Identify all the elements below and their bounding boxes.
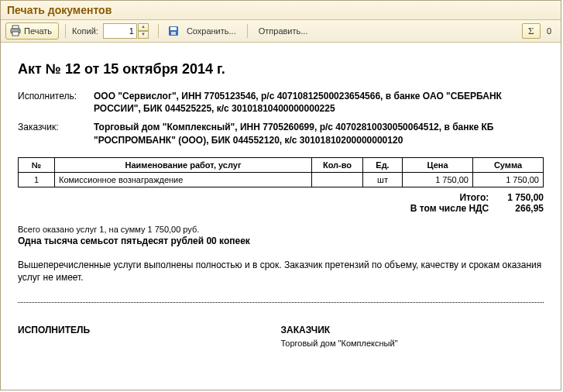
separator <box>158 24 159 38</box>
customer-sig-name: Торговый дом "Комплексный" <box>281 339 544 348</box>
customer-row: Заказчик: Торговый дом "Комплексный", ИН… <box>18 121 544 146</box>
divider <box>18 302 544 303</box>
svg-rect-0 <box>12 26 19 29</box>
svg-rect-2 <box>12 32 19 36</box>
cell-name: Комиссионное вознаграждение <box>55 172 312 187</box>
copies-spinner-down[interactable]: ▼ <box>138 31 149 39</box>
col-header-qty: Кол-во <box>312 157 363 172</box>
document-title: Акт № 12 от 15 октября 2014 г. <box>18 61 544 77</box>
table-header-row: № Наименование работ, услуг Кол-во Ед. Ц… <box>19 157 544 172</box>
print-documents-window: Печать документов Печать Копий: ▲ ▼ <box>0 0 561 390</box>
totals-block: Итого: 1 750,00 В том числе НДС 266,95 <box>18 192 544 214</box>
col-header-no: № <box>19 157 55 172</box>
save-icon[interactable] <box>167 25 180 37</box>
col-header-name: Наименование работ, услуг <box>55 157 312 172</box>
separator <box>247 24 248 38</box>
print-button-label: Печать <box>24 26 52 36</box>
svg-rect-6 <box>171 32 176 35</box>
sum-value: 0 <box>547 26 551 36</box>
printer-icon <box>9 25 22 37</box>
customer-value: Торговый дом "Комплексный", ИНН 77052606… <box>94 121 544 146</box>
cell-sum: 1 750,00 <box>473 172 544 187</box>
col-header-price: Цена <box>403 157 473 172</box>
copies-spinner-up[interactable]: ▲ <box>138 23 149 31</box>
document-area: Акт № 12 от 15 октября 2014 г. Исполните… <box>1 43 561 385</box>
summary-line: Всего оказано услуг 1, на сумму 1 750,00… <box>18 225 544 234</box>
vat-value: 266,95 <box>507 203 544 214</box>
executor-signature: ИСПОЛНИТЕЛЬ <box>18 325 281 348</box>
save-link[interactable]: Сохранить... <box>187 26 236 36</box>
total-value: 1 750,00 <box>507 192 544 203</box>
executor-sig-title: ИСПОЛНИТЕЛЬ <box>18 325 281 335</box>
print-button[interactable]: Печать <box>5 22 59 40</box>
copies-input[interactable] <box>103 23 137 39</box>
sum-button[interactable]: Σ <box>522 23 541 39</box>
executor-value: ООО "Сервислог", ИНН 7705123546, р/с 407… <box>94 90 544 115</box>
total-label: Итого: <box>410 192 489 203</box>
customer-sig-title: ЗАКАЗЧИК <box>281 325 544 335</box>
cell-price: 1 750,00 <box>403 172 473 187</box>
executor-label: Исполнитель: <box>18 90 94 115</box>
copies-label: Копий: <box>72 26 98 36</box>
separator <box>65 24 66 38</box>
cell-unit: шт <box>363 172 403 187</box>
table-row: 1 Комиссионное вознаграждение шт 1 750,0… <box>19 172 544 187</box>
items-table: № Наименование работ, услуг Кол-во Ед. Ц… <box>18 157 544 187</box>
vat-label: В том числе НДС <box>410 203 489 214</box>
send-link[interactable]: Отправить... <box>259 26 308 36</box>
cell-qty <box>312 172 363 187</box>
customer-label: Заказчик: <box>18 121 94 146</box>
signatures-row: ИСПОЛНИТЕЛЬ ЗАКАЗЧИК Торговый дом "Компл… <box>18 325 544 348</box>
cell-no: 1 <box>19 172 55 187</box>
executor-row: Исполнитель: ООО "Сервислог", ИНН 770512… <box>18 90 544 115</box>
amount-words: Одна тысяча семьсот пятьдесят рублей 00 … <box>18 236 544 246</box>
note: Вышеперечисленные услуги выполнены полно… <box>18 259 544 284</box>
col-header-unit: Ед. <box>363 157 403 172</box>
copies-spinner: ▲ ▼ <box>138 23 149 39</box>
svg-point-3 <box>18 29 19 31</box>
toolbar: Печать Копий: ▲ ▼ Сохранить... Отправить… <box>1 20 561 43</box>
customer-signature: ЗАКАЗЧИК Торговый дом "Комплексный" <box>281 325 544 348</box>
window-title: Печать документов <box>1 1 561 20</box>
svg-rect-5 <box>170 27 177 30</box>
col-header-sum: Сумма <box>473 157 544 172</box>
